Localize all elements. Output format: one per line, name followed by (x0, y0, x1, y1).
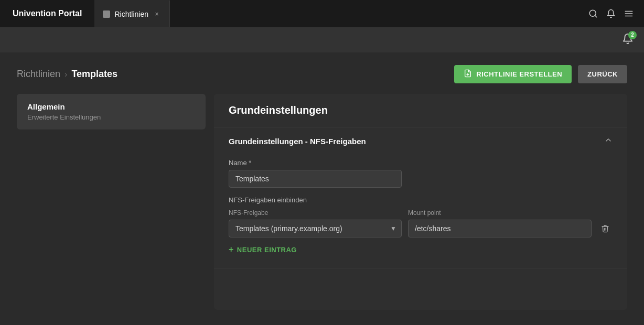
content-panel: Grundeinstellungen Grundeinstellungen - … (214, 94, 627, 310)
name-label: Name * (229, 159, 613, 167)
top-nav-right (588, 9, 644, 18)
tab-label: Richtlinien (114, 10, 148, 18)
main-content: Richtlinien › Templates RICHTLINIE ERSTE… (0, 52, 644, 325)
tab-close-button[interactable]: × (153, 10, 161, 18)
nfs-section: Grundeinstellungen - NFS-Freigaben Name … (214, 127, 627, 268)
body-layout: Allgemein Erweiterte Einstellungen Grund… (17, 94, 627, 310)
tab-richtlinien[interactable]: Richtlinien × (94, 0, 170, 27)
nfs-entry-row: Templates (primary.example.org) ▼ (229, 220, 613, 237)
breadcrumb-row: Richtlinien › Templates RICHTLINIE ERSTE… (17, 65, 627, 83)
bell-icon[interactable] (606, 9, 616, 18)
breadcrumb-current: Templates (71, 69, 117, 80)
create-policy-button[interactable]: RICHTLINIE ERSTELLEN (454, 65, 572, 83)
svg-line-1 (595, 15, 596, 17)
create-policy-label: RICHTLINIE ERSTELLEN (476, 70, 562, 78)
breadcrumb-separator: › (65, 70, 67, 79)
nfs-share-select-wrap: Templates (primary.example.org) ▼ (229, 220, 402, 237)
delete-nfs-entry-button[interactable] (598, 222, 613, 235)
section-body: Name * NFS-Freigaben einbinden NFS-Freig… (214, 155, 627, 268)
breadcrumb: Richtlinien › Templates (17, 69, 117, 80)
nfs-mount-input[interactable] (408, 220, 592, 237)
nfs-bind-section: NFS-Freigaben einbinden NFS-Freigabe Mou… (229, 196, 613, 257)
sidebar-item-subtitle: Erweiterte Einstellungen (27, 113, 195, 121)
panel-title: Grundeinstellungen (214, 94, 627, 127)
sidebar-item-title: Allgemein (27, 102, 195, 111)
hamburger-icon[interactable] (624, 9, 634, 18)
sidebar: Allgemein Erweiterte Einstellungen (17, 94, 206, 310)
tab-policy-icon (103, 10, 110, 18)
create-policy-icon (464, 69, 472, 79)
app-title: Univention Portal (0, 9, 94, 18)
nfs-mount-column-header: Mount point (408, 209, 613, 216)
tab-bar: Richtlinien × (94, 0, 170, 27)
search-icon[interactable] (588, 9, 598, 18)
nfs-share-column-header: NFS-Freigabe (229, 209, 402, 216)
plus-icon: + (229, 245, 234, 254)
nfs-row-header: NFS-Freigabe Mount point (229, 209, 613, 216)
action-buttons: RICHTLINIE ERSTELLEN ZURÜCK (454, 65, 627, 83)
name-input[interactable] (229, 170, 402, 188)
section-header-title: Grundeinstellungen - NFS-Freigaben (229, 137, 366, 146)
nfs-share-select[interactable]: Templates (primary.example.org) (229, 220, 402, 237)
nfs-section-label: NFS-Freigaben einbinden (229, 196, 613, 204)
notification-bell[interactable]: 2 (622, 33, 634, 47)
breadcrumb-parent-link[interactable]: Richtlinien (17, 69, 60, 80)
name-form-group: Name * (229, 159, 613, 188)
section-chevron-icon (604, 136, 613, 146)
add-entry-label: NEUER EINTRAG (237, 246, 297, 254)
back-button[interactable]: ZURÜCK (578, 65, 627, 83)
section-header[interactable]: Grundeinstellungen - NFS-Freigaben (214, 127, 627, 155)
top-nav-left: Univention Portal Richtlinien × (0, 0, 170, 27)
notification-count-badge: 2 (628, 31, 637, 39)
top-nav-bar: Univention Portal Richtlinien × (0, 0, 644, 27)
notif-bar: 2 (0, 27, 644, 52)
add-entry-button[interactable]: + NEUER EINTRAG (229, 242, 297, 257)
sidebar-item-allgemein[interactable]: Allgemein Erweiterte Einstellungen (17, 94, 206, 129)
